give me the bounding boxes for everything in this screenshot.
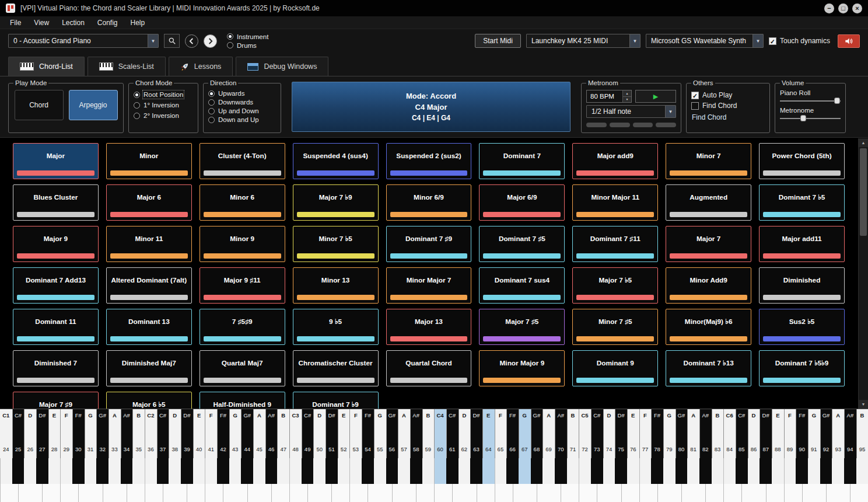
- white-key-65[interactable]: F65: [495, 409, 507, 502]
- chord-quartal-chord[interactable]: Quartal Chord: [386, 350, 472, 386]
- direction-upwards-radio[interactable]: Upwards: [208, 90, 276, 97]
- note-value-select[interactable]: 1/2 Half note ▼: [586, 105, 676, 118]
- minimize-icon[interactable]: −: [824, 4, 834, 13]
- white-key-55[interactable]: G55: [374, 409, 386, 502]
- white-key-35[interactable]: B35: [132, 409, 145, 502]
- chord-cluster-4-ton[interactable]: Cluster (4-Ton): [200, 143, 285, 179]
- black-key-58[interactable]: A#58: [410, 409, 422, 502]
- chord-sus2-5[interactable]: Sus2 ♭5: [759, 309, 845, 345]
- menu-help[interactable]: Help: [124, 19, 152, 27]
- tab-chord-list[interactable]: Chord-List: [8, 57, 85, 76]
- chevron-down-icon[interactable]: ▼: [148, 34, 158, 47]
- chord-diminished[interactable]: Diminished: [759, 267, 845, 304]
- black-key-37[interactable]: C#37: [157, 409, 169, 502]
- white-key-76[interactable]: E76: [627, 409, 639, 502]
- white-key-26[interactable]: D26: [24, 409, 36, 502]
- white-key-74[interactable]: D74: [603, 409, 615, 502]
- chord-dominant-7-add13[interactable]: Dominant 7 Add13: [13, 267, 99, 304]
- chord-minor-9[interactable]: Minor 9: [200, 226, 285, 262]
- chevron-down-icon[interactable]: ▼: [752, 34, 763, 47]
- white-key-88[interactable]: E88: [772, 409, 784, 502]
- chord-minor-11[interactable]: Minor 11: [106, 226, 192, 262]
- black-key-42[interactable]: F#42: [217, 409, 229, 502]
- chord-major-add11[interactable]: Major add11: [759, 226, 845, 262]
- white-key-48[interactable]: C348: [289, 409, 302, 502]
- chord-altered-dominant-7alt[interactable]: Altered Dominant (7alt): [106, 267, 192, 304]
- tab-scales-list[interactable]: Scales-List: [88, 57, 166, 76]
- chevron-down-icon[interactable]: ▼: [629, 34, 640, 47]
- tab-lessons[interactable]: Lessons: [169, 57, 233, 76]
- chord-dominant-7[interactable]: Dominant 7: [479, 143, 565, 179]
- white-key-57[interactable]: A57: [398, 409, 410, 502]
- white-key-53[interactable]: F53: [349, 409, 362, 502]
- black-key-25[interactable]: C#25: [12, 409, 24, 502]
- instrument-select[interactable]: 0 - Acoustic Grand Piano ▼: [8, 34, 159, 48]
- black-key-78[interactable]: F#78: [651, 409, 663, 502]
- white-key-95[interactable]: B95: [856, 409, 868, 502]
- chord-suspended-2-sus2[interactable]: Suspended 2 (sus2): [386, 143, 472, 179]
- scroll-thumb[interactable]: [860, 148, 867, 236]
- chord-augmented[interactable]: Augmented: [666, 184, 751, 221]
- black-key-63[interactable]: D#63: [470, 409, 482, 502]
- black-key-66[interactable]: F#66: [506, 409, 519, 502]
- synth-select[interactable]: Microsoft GS Wavetable Synth ▼: [646, 34, 764, 48]
- chord-minor-maj9-6[interactable]: Minor(Maj9) ♭6: [666, 309, 751, 345]
- slider-thumb[interactable]: [800, 115, 806, 121]
- white-key-79[interactable]: G79: [663, 409, 676, 502]
- chord-major-7-9[interactable]: Major 7 ♯9: [13, 392, 99, 409]
- search-button[interactable]: [164, 34, 180, 48]
- white-key-45[interactable]: A45: [253, 409, 265, 502]
- chord-minor[interactable]: Minor: [106, 143, 192, 179]
- chord-half-diminished-9[interactable]: Half-Diminished 9: [200, 392, 285, 409]
- chord-minor-add9[interactable]: Minor Add9: [666, 267, 751, 304]
- black-key-73[interactable]: C#73: [591, 409, 603, 502]
- source-drums-radio[interactable]: Drums: [227, 42, 268, 49]
- chord-major-9[interactable]: Major 9: [13, 226, 99, 262]
- chord-diminished-maj7[interactable]: Diminished Maj7: [106, 350, 192, 386]
- chord-minor-6-9[interactable]: Minor 6/9: [386, 184, 472, 221]
- chord-dominant-9[interactable]: Dominant 9: [572, 350, 658, 386]
- chord-blues-cluster[interactable]: Blues Cluster: [13, 184, 99, 221]
- find-chord-checkbox[interactable]: Find Chord: [691, 102, 765, 110]
- chord-dominant-7-5-9[interactable]: Dominant 7 ♭5♭9: [759, 350, 845, 386]
- black-key-34[interactable]: A#34: [121, 409, 133, 502]
- white-key-84[interactable]: C684: [723, 409, 736, 502]
- chord-dominant-7-9[interactable]: Dominant 7 ♭9: [293, 392, 379, 409]
- close-icon[interactable]: ×: [852, 4, 862, 13]
- chord-major-7-5[interactable]: Major 7 ♭5: [572, 267, 658, 304]
- chord-minor-13[interactable]: Minor 13: [293, 267, 379, 304]
- chord-major[interactable]: Major: [13, 143, 99, 179]
- black-key-94[interactable]: A#94: [844, 409, 856, 502]
- white-key-64[interactable]: E64: [482, 409, 495, 502]
- white-key-41[interactable]: F41: [205, 409, 217, 502]
- chord-minor-7-5[interactable]: Minor 7 ♯5: [572, 309, 658, 345]
- white-key-33[interactable]: A33: [108, 409, 121, 502]
- menu-view[interactable]: View: [27, 19, 55, 27]
- white-key-31[interactable]: G31: [85, 409, 97, 502]
- source-instrument-radio[interactable]: Instrument: [227, 33, 268, 40]
- black-key-80[interactable]: G#80: [676, 409, 688, 502]
- black-key-61[interactable]: C#61: [446, 409, 459, 502]
- black-key-44[interactable]: G#44: [241, 409, 253, 502]
- bpm-down-button[interactable]: ▼: [623, 97, 631, 103]
- chord-minor-6[interactable]: Minor 6: [200, 184, 285, 221]
- auto-play-checkbox[interactable]: ✓ Auto Play: [691, 91, 765, 99]
- chord-quartal-maj7[interactable]: Quartal Maj7: [200, 350, 285, 386]
- chord-minor-major-11[interactable]: Minor Major 11: [572, 184, 658, 221]
- black-key-82[interactable]: A#82: [699, 409, 712, 502]
- white-key-36[interactable]: C236: [145, 409, 157, 502]
- white-key-91[interactable]: G91: [808, 409, 820, 502]
- white-key-72[interactable]: C572: [579, 409, 591, 502]
- chord-major-7-9[interactable]: Major 7 ♭9: [293, 184, 379, 221]
- chordmode-2-inversion-radio[interactable]: 2° Inversion: [134, 112, 193, 119]
- start-midi-button[interactable]: Start Midi: [475, 34, 521, 48]
- black-key-75[interactable]: D#75: [615, 409, 627, 502]
- chord-major-6[interactable]: Major 6: [106, 184, 192, 221]
- white-key-52[interactable]: E52: [338, 409, 350, 502]
- white-key-69[interactable]: A69: [542, 409, 555, 502]
- white-key-62[interactable]: D62: [459, 409, 471, 502]
- white-key-77[interactable]: F77: [639, 409, 652, 502]
- chord-dominant-7-13[interactable]: Dominant 7 ♭13: [666, 350, 751, 386]
- chord-major-13[interactable]: Major 13: [386, 309, 472, 345]
- chord-diminished-7[interactable]: Diminished 7: [13, 350, 99, 386]
